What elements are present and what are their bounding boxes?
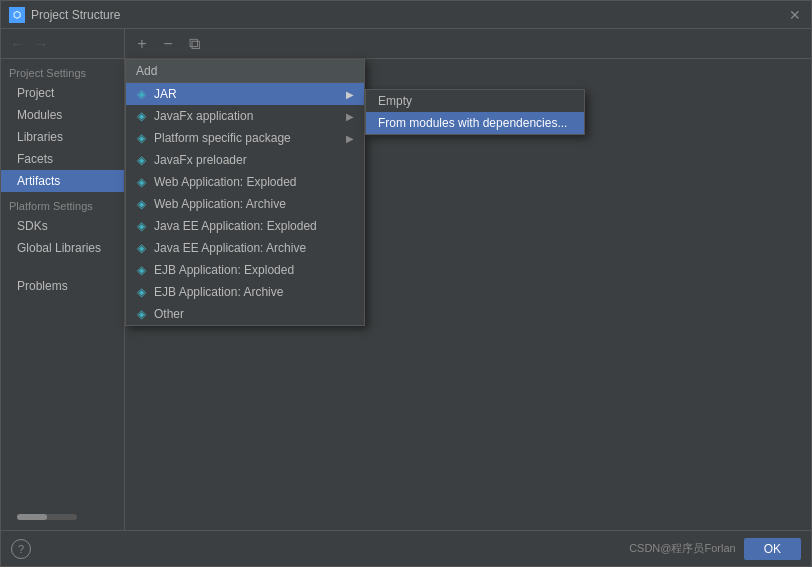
project-settings-label: Project Settings <box>1 59 124 82</box>
dropdown-item-javafx-app[interactable]: ◈ JavaFx application ▶ <box>126 105 364 127</box>
other-icon: ◈ <box>134 307 148 321</box>
nav-toolbar: ← → <box>1 29 124 59</box>
arrow-icon: ▶ <box>346 133 354 144</box>
sidebar-item-facets[interactable]: Facets <box>1 148 124 170</box>
dropdown-item-other[interactable]: ◈ Other <box>126 303 364 325</box>
web-exploded-icon: ◈ <box>134 175 148 189</box>
main-area: + − ⧉ Add ◈ JAR ▶ <box>125 29 811 530</box>
main-toolbar: + − ⧉ <box>125 29 811 59</box>
sidebar-item-sdks[interactable]: SDKs <box>1 215 124 237</box>
copy-button[interactable]: ⧉ <box>183 33 205 55</box>
dropdown-item-ejb-exploded[interactable]: ◈ EJB Application: Exploded <box>126 259 364 281</box>
javafx-icon: ◈ <box>134 109 148 123</box>
arrow-icon: ▶ <box>346 89 354 100</box>
dropdown-item-platform-package[interactable]: ◈ Platform specific package ▶ <box>126 127 364 149</box>
dropdown-header: Add <box>126 60 364 83</box>
dropdown-item-javaee-archive[interactable]: ◈ Java EE Application: Archive <box>126 237 364 259</box>
sidebar-item-project[interactable]: Project <box>1 82 124 104</box>
submenu-item-from-modules[interactable]: From modules with dependencies... <box>366 112 584 134</box>
close-button[interactable]: ✕ <box>787 7 803 23</box>
scrollbar[interactable] <box>17 514 77 520</box>
jar-icon: ◈ <box>134 87 148 101</box>
bottom-bar: ? CSDN@程序员Forlan OK <box>1 530 811 566</box>
content-area: ← → Project Settings Project Modules Lib… <box>1 29 811 530</box>
project-structure-window: ⬡ Project Structure ✕ ← → Project Settin… <box>0 0 812 567</box>
preloader-icon: ◈ <box>134 153 148 167</box>
window-title: Project Structure <box>31 8 787 22</box>
jar-submenu: Empty From modules with dependencies... <box>365 89 585 135</box>
title-bar: ⬡ Project Structure ✕ <box>1 1 811 29</box>
dropdown-item-ejb-archive[interactable]: ◈ EJB Application: Archive <box>126 281 364 303</box>
add-dropdown: Add ◈ JAR ▶ ◈ JavaFx application ▶ ◈ <box>125 59 365 326</box>
platform-settings-label: Platform Settings <box>1 192 124 215</box>
dropdown-item-web-archive[interactable]: ◈ Web Application: Archive <box>126 193 364 215</box>
javaee-archive-icon: ◈ <box>134 241 148 255</box>
watermark-text: CSDN@程序员Forlan <box>629 541 736 556</box>
arrow-icon: ▶ <box>346 111 354 122</box>
sidebar-item-artifacts[interactable]: Artifacts <box>1 170 124 192</box>
sidebar: ← → Project Settings Project Modules Lib… <box>1 29 125 530</box>
submenu-item-empty[interactable]: Empty <box>366 90 584 112</box>
platform-icon: ◈ <box>134 131 148 145</box>
sidebar-item-global-libraries[interactable]: Global Libraries <box>1 237 124 259</box>
help-button[interactable]: ? <box>11 539 31 559</box>
app-icon: ⬡ <box>9 7 25 23</box>
web-archive-icon: ◈ <box>134 197 148 211</box>
ejb-exploded-icon: ◈ <box>134 263 148 277</box>
dropdown-item-javafx-preloader[interactable]: ◈ JavaFx preloader <box>126 149 364 171</box>
javaee-exploded-icon: ◈ <box>134 219 148 233</box>
ejb-archive-icon: ◈ <box>134 285 148 299</box>
dropdown-menu: Add ◈ JAR ▶ ◈ JavaFx application ▶ ◈ <box>125 59 365 326</box>
ok-button[interactable]: OK <box>744 538 801 560</box>
sidebar-item-modules[interactable]: Modules <box>1 104 124 126</box>
sidebar-item-libraries[interactable]: Libraries <box>1 126 124 148</box>
add-button[interactable]: + <box>131 33 153 55</box>
dropdown-item-jar[interactable]: ◈ JAR ▶ <box>126 83 364 105</box>
back-button[interactable]: ← <box>7 34 27 54</box>
remove-button[interactable]: − <box>157 33 179 55</box>
sidebar-item-problems[interactable]: Problems <box>9 275 116 297</box>
forward-button[interactable]: → <box>31 34 51 54</box>
dropdown-item-javaee-exploded[interactable]: ◈ Java EE Application: Exploded <box>126 215 364 237</box>
dropdown-item-web-exploded[interactable]: ◈ Web Application: Exploded <box>126 171 364 193</box>
